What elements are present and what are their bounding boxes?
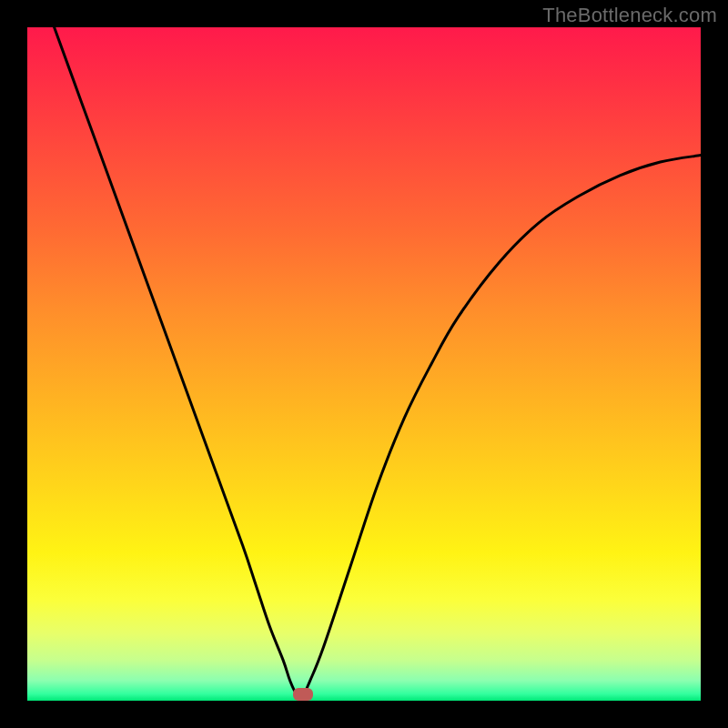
watermark-text: TheBottleneck.com	[542, 4, 717, 27]
chart-plot-area	[27, 27, 701, 701]
chart-line-svg	[27, 27, 701, 701]
chart-curve	[55, 27, 701, 696]
optimum-marker	[293, 688, 313, 701]
